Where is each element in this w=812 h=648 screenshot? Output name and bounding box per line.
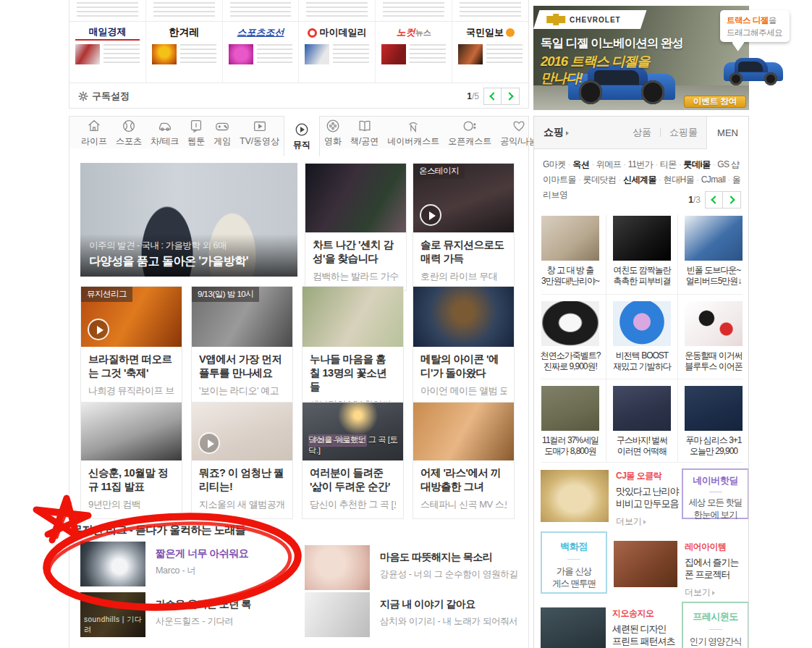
draggable-car-image[interactable] — [724, 54, 783, 85]
news-logo-hani[interactable]: 한겨레 — [152, 25, 216, 41]
music-card[interactable]: 어제 '라스'에서 끼 대방출한 그녀 스테파니 신곡 MV 스토리 — [413, 402, 515, 519]
song-list-item[interactable]: soundhills | 기다려 가슴을 울리는 모던 록 사운드힐즈 - 기다… — [80, 592, 294, 638]
tab-webtoon[interactable]: 웹툰 — [183, 117, 209, 148]
music-card[interactable]: 뮤지션리그 브라질하면 떠오르는 그것 '축제' 나희경 뮤직라이프 브라… — [80, 286, 182, 405]
card-title[interactable]: 여러분이 들려준 '삶이 두려운 순간' — [310, 466, 396, 494]
music-card[interactable]: 누나들 마음을 훔칠 13명의 꽃소년들 세븐틴의 MV 촬영기 — [302, 286, 404, 419]
ad-event-button[interactable]: 이벤트 참여 — [684, 96, 746, 108]
subscribe-settings-button[interactable]: 구독설정 — [92, 90, 130, 103]
department-store-box[interactable]: 백화점 가을 신상게스 맨투맨 — [541, 531, 607, 594]
card-title[interactable]: 솔로 뮤지션으로도 매력 가득 — [420, 238, 507, 266]
product-item[interactable]: 창 고 대 방 출3만원대!난리야~ — [537, 216, 604, 287]
product-item[interactable]: 비전텍 BOOST재밌고 기발하다 — [609, 301, 675, 372]
mall-link[interactable]: 옥션 — [572, 159, 589, 169]
hotdeal-title[interactable]: 네이버핫딜 — [683, 474, 748, 487]
shop-prev-button[interactable] — [705, 191, 723, 209]
gear-icon[interactable] — [78, 91, 88, 101]
product-item[interactable]: 여친도 깜짝놀란촉촉한 피부비결 — [609, 216, 675, 287]
news-card-mydaily[interactable]: 마이데일리 — [299, 22, 376, 83]
music-card[interactable]: 메탈의 아이콘 '에디'가 돌아왔다 아이언 메이든 앨범 모… — [413, 286, 515, 405]
tab-car-tech[interactable]: 차/테크 — [146, 117, 183, 148]
ziosongzio-label[interactable]: 지오송지오 — [612, 607, 681, 620]
shop-tab-malls[interactable]: 쇼핑몰 — [661, 117, 706, 148]
news-logo-nocut[interactable]: 노컷뉴스 — [381, 25, 446, 41]
music-card[interactable]: 차트 나간 '센치 감성'을 찾습니다 컴백하는 발라드 가수들 — [305, 163, 407, 291]
product-item[interactable]: 11컬러 37%세일도매가 8,800원 — [537, 386, 604, 457]
cj-oclock-label[interactable]: CJ몰 오클락 — [616, 470, 681, 482]
chevrolet-ad-banner[interactable]: CHEVROLET 독일 디젤 이노베이션의 완성 2016 트랙스 디젤을 만… — [533, 6, 749, 110]
mall-link[interactable]: 티몬 — [660, 159, 677, 169]
fresh-window-box[interactable]: 프레시윈도 인기 영양간식탱글 구운계란 — [682, 602, 749, 648]
rare-item-label[interactable]: 레어아이템 — [685, 541, 749, 553]
news-card-nocut[interactable]: 노컷뉴스 — [376, 22, 452, 83]
department-title[interactable]: 백화점 — [542, 540, 606, 553]
tab-tv-video[interactable]: TV/동영상 — [235, 117, 284, 148]
mall-link[interactable]: 신세계몰 — [623, 174, 656, 185]
music-card[interactable]: 두려움 - 에필로그 당신을 위로했던 그 곡 [토닥.] 여러분이 들려준 '… — [302, 402, 404, 519]
tab-book-performance[interactable]: 책/공연 — [346, 117, 383, 148]
projector-image[interactable] — [614, 541, 677, 587]
song-list-item[interactable]: 마음도 따뜻해지는 목소리 강윤성 - 너의 그 순수함이 영원하길 — [305, 545, 518, 591]
card-title[interactable]: 신승훈, 10월말 정규 11집 발표 — [88, 466, 174, 494]
news-logo-mydaily[interactable]: 마이데일리 — [305, 25, 369, 41]
mall-link[interactable]: GS 샵 — [717, 159, 740, 169]
fresh-window-title[interactable]: 프레시윈도 — [683, 610, 748, 623]
news-card-kukmin[interactable]: 국민일보 — [452, 22, 528, 83]
featured-card[interactable]: 이주의 발견 - 국내 : 가을방학 외 6매 다양성을 품고 돌아온 '가을방… — [80, 163, 297, 277]
card-title[interactable]: 뭐죠? 이 엄청난 퀄리티는! — [199, 466, 285, 494]
product-item[interactable]: 구스바지! 벌써이러면 어떡해 — [609, 386, 675, 457]
mall-link[interactable]: 롯데i몰 — [683, 159, 710, 169]
music-card[interactable]: 신승훈, 10월말 정규 11집 발표 9년만의 컴백 — [80, 402, 182, 519]
mall-link[interactable]: CJmall — [701, 174, 726, 185]
shop-tab-products[interactable]: 상품 — [624, 117, 660, 148]
song-list-item[interactable]: 짧은게 너무 아쉬워요 Marco - 너 — [80, 542, 294, 587]
mall-link[interactable]: 위메프 — [596, 159, 622, 169]
cj-more-link[interactable]: 더보기 — [616, 516, 681, 528]
product-item[interactable]: 운동할때 이거써블루투스 이어폰 — [680, 301, 747, 372]
news-card-hani[interactable]: 한겨레 — [146, 22, 223, 83]
tab-sports[interactable]: 스포츠 — [111, 117, 146, 148]
tab-movie[interactable]: 영화 — [320, 117, 346, 148]
card-title[interactable]: 어제 '라스'에서 끼 대방출한 그녀 — [420, 466, 507, 494]
song-title[interactable]: 짧은게 너무 아쉬워요 — [156, 547, 248, 560]
card-title[interactable]: 누나들 마음을 훔칠 13명의 꽃소년들 — [310, 353, 396, 394]
tab-navercast[interactable]: 네이버캐스트 — [383, 117, 444, 148]
tab-music[interactable]: 뮤직 — [284, 116, 320, 156]
song-title[interactable]: 마음도 따뜻해지는 목소리 — [380, 551, 518, 564]
news-prev-button[interactable] — [483, 88, 502, 105]
shirt-image[interactable] — [541, 607, 606, 648]
news-logo-kukmin[interactable]: 국민일보 — [458, 25, 523, 41]
play-icon[interactable] — [420, 204, 441, 226]
song-title[interactable]: 지금 내 이야기 같아요 — [380, 598, 518, 611]
card-title[interactable]: V앱에서 가장 먼저 플투를 만나세요 — [199, 353, 285, 380]
music-card[interactable]: 온스테이지 솔로 뮤지션으로도 매력 가득 호란의 라이브 무대 — [413, 163, 515, 291]
mall-link[interactable]: G마켓 — [543, 159, 566, 169]
rare-more-link[interactable]: 더보기 — [685, 586, 749, 599]
featured-title[interactable]: 다양성을 품고 돌아온 '가을방학' — [89, 254, 289, 269]
song-title[interactable]: 가슴을 울리는 모던 록 — [156, 598, 251, 611]
product-item[interactable]: 천연소가죽벨트?진짜로 9,900원! — [537, 301, 604, 372]
mall-link[interactable]: 롯데닷컴 — [583, 174, 617, 185]
cj-dumpling-image[interactable] — [541, 470, 609, 522]
mall-link[interactable]: 현대H몰 — [664, 174, 695, 185]
mall-link[interactable]: 이마트몰 — [543, 174, 576, 185]
tab-game[interactable]: 게임 — [209, 117, 235, 148]
musician-league-heading[interactable]: 뮤지션 리그 - 듣다가 울컥하는 노래들 — [72, 523, 245, 537]
play-icon[interactable] — [198, 432, 220, 454]
music-card[interactable]: 9/13(일) 밤 10시 V앱에서 가장 먼저 플투를 만나세요 '보이는 라… — [191, 286, 293, 405]
music-card[interactable]: 뭐죠? 이 엄청난 퀄리티는! 지소울의 새 앨범공개 — [191, 402, 293, 519]
news-next-button[interactable] — [502, 88, 520, 105]
card-title[interactable]: 메탈의 아이콘 '에디'가 돌아왔다 — [420, 353, 507, 380]
shop-next-button[interactable] — [723, 191, 741, 209]
news-card-maeil[interactable]: 매일경제 — [69, 22, 146, 83]
news-logo-maeil[interactable]: 매일경제 — [75, 25, 140, 41]
tab-life[interactable]: 라이프 — [77, 117, 111, 148]
shop-tab-men[interactable]: MEN — [706, 116, 748, 149]
play-icon[interactable] — [88, 319, 109, 340]
product-item[interactable]: 푸마 심리스 3+1오늘만 29,900 — [680, 386, 747, 457]
news-logo-sportschosun[interactable]: 스포츠조선 — [229, 25, 293, 41]
naver-hotdeal-box[interactable]: 네이버핫딜 세상 모든 핫딜한눈에 보기 — [682, 468, 749, 519]
shopping-title[interactable]: 쇼핑 — [544, 126, 569, 139]
mall-link[interactable]: 11번가 — [628, 159, 653, 169]
song-list-item[interactable]: 지금 내 이야기 같아요 삼치와 이기리 - 내 노래가 되어줘서 — [305, 592, 518, 638]
